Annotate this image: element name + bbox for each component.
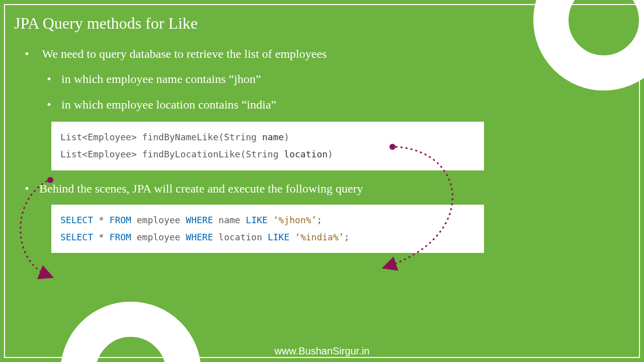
sql-column: location bbox=[218, 232, 262, 242]
sql-code-box: SELECT * FROM employee WHERE name LIKE ‘… bbox=[51, 205, 484, 253]
bullet-text: We need to query database to retrieve th… bbox=[42, 47, 327, 60]
sub-bullet-item: in which employee location contains “ind… bbox=[61, 97, 630, 113]
sql-value: ‘%jhon%’ bbox=[273, 215, 317, 225]
bullet-item: We need to query database to retrieve th… bbox=[39, 46, 630, 113]
param-name: name bbox=[262, 132, 284, 142]
sub-bullet-item: in which employee name contains “jhon” bbox=[61, 71, 630, 87]
sub-bullet-list: in which employee name contains “jhon” i… bbox=[61, 71, 630, 113]
bullet-list: We need to query database to retrieve th… bbox=[39, 46, 630, 113]
sql-keyword: FROM bbox=[110, 232, 131, 242]
param-type: String bbox=[246, 149, 278, 159]
sql-keyword: LIKE bbox=[268, 232, 289, 242]
code-line: SELECT * FROM employee WHERE name LIKE ‘… bbox=[60, 212, 475, 229]
method-name: findByNameLike bbox=[142, 132, 219, 142]
slide-frame: JPA Query methods for Like We need to qu… bbox=[4, 4, 640, 358]
sql-column: name bbox=[218, 215, 240, 225]
sql-semi: ; bbox=[316, 215, 322, 225]
method-name: findByLocationLike bbox=[142, 149, 240, 159]
code-line: List<Employee> findByLocationLike(String… bbox=[60, 146, 475, 163]
sql-table: employee bbox=[137, 215, 181, 225]
java-code-box: List<Employee> findByNameLike(String nam… bbox=[51, 122, 484, 170]
code-line: SELECT * FROM employee WHERE location LI… bbox=[60, 229, 475, 246]
bullet-list-2: Behind the scenes, JPA will create and e… bbox=[39, 180, 630, 197]
sql-keyword: SELECT bbox=[60, 215, 93, 225]
param-name: location bbox=[284, 149, 328, 159]
code-line: List<Employee> findByNameLike(String nam… bbox=[60, 129, 475, 146]
sql-star: * bbox=[99, 232, 104, 242]
return-type: List<Employee> bbox=[60, 132, 137, 142]
return-type: List<Employee> bbox=[60, 149, 137, 159]
sql-value: ‘%india%’ bbox=[295, 232, 344, 242]
footer-url: www.BushanSirgur.in bbox=[0, 345, 644, 357]
sql-semi: ; bbox=[344, 232, 350, 242]
sql-table: employee bbox=[137, 232, 181, 242]
sql-keyword: WHERE bbox=[186, 232, 213, 242]
slide-title: JPA Query methods for Like bbox=[14, 14, 630, 33]
sql-star: * bbox=[99, 215, 104, 225]
param-type: String bbox=[224, 132, 257, 142]
bullet-item: Behind the scenes, JPA will create and e… bbox=[39, 180, 630, 197]
sql-keyword: LIKE bbox=[246, 215, 268, 225]
sql-keyword: SELECT bbox=[60, 232, 93, 242]
sql-keyword: WHERE bbox=[186, 215, 213, 225]
sql-keyword: FROM bbox=[110, 215, 131, 225]
